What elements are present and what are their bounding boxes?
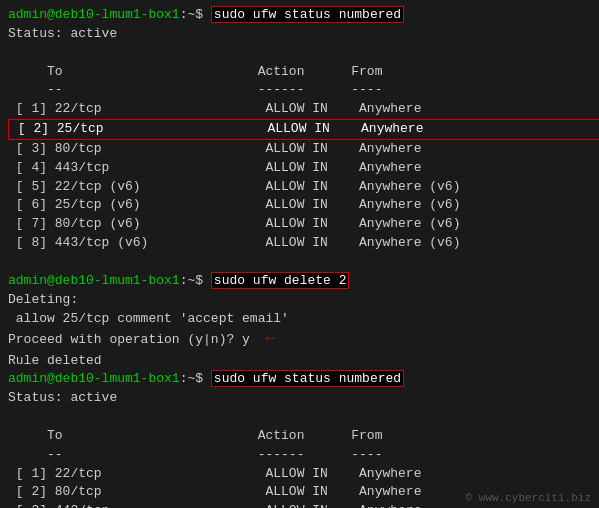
status2-header: To Action From: [8, 427, 591, 446]
prompt-char-1: :~$: [180, 7, 211, 22]
status1-header: To Action From: [8, 63, 591, 82]
status2-blank: [8, 408, 591, 427]
command-line-1: admin@deb10-lmum1-box1:~$ sudo ufw statu…: [8, 6, 591, 25]
blank-line-1: [8, 253, 591, 272]
status2-divider: -- ------ ----: [8, 446, 591, 465]
cmd3-text: sudo ufw status numbered: [211, 370, 404, 387]
status2-label: Status: active: [8, 389, 591, 408]
table-row: [ 8] 443/tcp (v6) ALLOW IN Anywhere (v6): [8, 234, 591, 253]
table-row: [ 6] 25/tcp (v6) ALLOW IN Anywhere (v6) …: [8, 196, 591, 215]
table-row: [ 4] 443/tcp ALLOW IN Anywhere: [8, 159, 591, 178]
terminal: admin@deb10-lmum1-box1:~$ sudo ufw statu…: [0, 0, 599, 508]
prompt-3: admin@deb10-lmum1-box1: [8, 371, 180, 386]
status1-divider: -- ------ ----: [8, 81, 591, 100]
table-row: [ 7] 80/tcp (v6) ALLOW IN Anywhere (v6): [8, 215, 591, 234]
table-row: [ 1] 22/tcp ALLOW IN Anywhere: [8, 465, 591, 484]
status1-label: Status: active: [8, 25, 591, 44]
cmd2-text: sudo ufw delete 2: [211, 272, 350, 289]
proceed-text: Proceed with operation (y|n)? y ←: [8, 328, 591, 351]
prompt-char-2: :~$: [180, 273, 211, 288]
rule-text: allow 25/tcp comment 'accept email': [8, 310, 591, 329]
table-row: [ 3] 80/tcp ALLOW IN Anywhere: [8, 140, 591, 159]
rule-deleted-text: Rule deleted: [8, 352, 591, 371]
command-line-3: admin@deb10-lmum1-box1:~$ sudo ufw statu…: [8, 370, 591, 389]
deleting-label: Deleting:: [8, 291, 591, 310]
prompt-2: admin@deb10-lmum1-box1: [8, 273, 180, 288]
prompt-1: admin@deb10-lmum1-box1: [8, 7, 180, 22]
table-row: [ 5] 22/tcp (v6) ALLOW IN Anywhere (v6): [8, 178, 591, 197]
prompt-char-3: :~$: [180, 371, 211, 386]
command-line-2: admin@deb10-lmum1-box1:~$ sudo ufw delet…: [8, 272, 591, 291]
copyright-text: © www.cyberciti.biz: [466, 492, 591, 504]
table-row-highlighted: [ 2] 25/tcp ALLOW IN Anywhere # accept e…: [8, 119, 591, 140]
status1-blank: [8, 44, 591, 63]
cmd1-text: sudo ufw status numbered: [211, 6, 404, 23]
table-row: [ 1] 22/tcp ALLOW IN Anywhere: [8, 100, 591, 119]
